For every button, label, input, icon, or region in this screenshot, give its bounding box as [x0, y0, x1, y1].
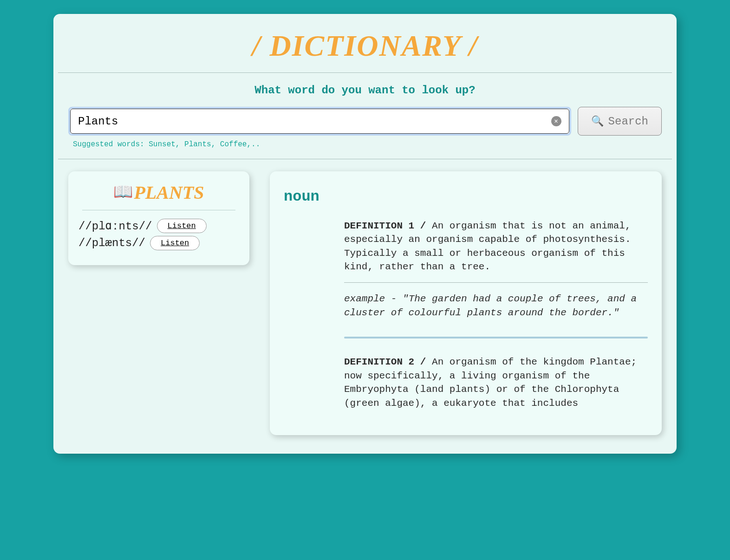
clear-icon[interactable]: ✕: [551, 116, 561, 126]
definition-1: DEFINITION 1 / An organism that is not a…: [344, 219, 648, 274]
word-divider: [82, 210, 235, 210]
word-header: 📖 Plants: [78, 182, 239, 203]
content-row: 📖 Plants //plɑːnts// Listen //plænts// L…: [58, 171, 672, 435]
app-title: / Dictionary /: [58, 14, 672, 72]
divider-top: [58, 72, 672, 73]
pronunciation-row-1: //plɑːnts// Listen: [78, 219, 239, 233]
search-row: ✕ 🔍 Search: [58, 107, 672, 136]
search-prompt: What word do you want to look up?: [58, 84, 672, 97]
word-card: 📖 Plants //plɑːnts// Listen //plænts// L…: [68, 171, 249, 265]
definition-separator: [344, 337, 648, 339]
book-icon: 📖: [113, 185, 133, 201]
ipa-text: //plænts//: [78, 237, 145, 249]
definition-2: DEFINITION 2 / An organism of the kingdo…: [344, 355, 648, 410]
search-wrapper: ✕: [68, 107, 571, 136]
ipa-text: //plɑːnts//: [78, 219, 152, 233]
divider-search: [58, 159, 672, 159]
app-card: / Dictionary / What word do you want to …: [53, 14, 677, 454]
search-inner: ✕: [70, 109, 569, 134]
search-input[interactable]: [78, 115, 551, 128]
listen-button[interactable]: Listen: [157, 219, 207, 233]
search-icon: 🔍: [591, 115, 604, 128]
suggested-words: Suggested words: Sunset, Plants, Coffee,…: [58, 136, 672, 159]
listen-button[interactable]: Listen: [150, 236, 200, 250]
search-button[interactable]: 🔍 Search: [578, 107, 662, 136]
definition-block: DEFINITION 1 / An organism that is not a…: [344, 219, 648, 410]
part-of-speech: noun: [284, 188, 648, 205]
pronunciation-row-2: //plænts// Listen: [78, 236, 239, 250]
definition-divider: [344, 282, 648, 283]
word-title: Plants: [134, 182, 204, 203]
definitions-card: noun DEFINITION 1 / An organism that is …: [270, 171, 662, 435]
search-button-label: Search: [608, 115, 648, 128]
example-1: example - "The garden had a couple of tr…: [344, 292, 648, 320]
